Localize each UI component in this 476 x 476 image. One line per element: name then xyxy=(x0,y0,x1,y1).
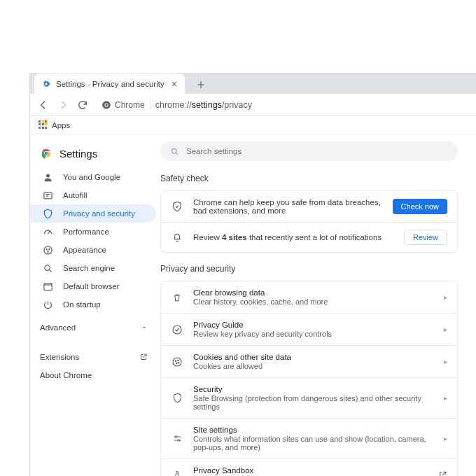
open-in-new-icon xyxy=(438,470,447,476)
chrome-logo-icon xyxy=(40,147,52,160)
address-bar[interactable]: Chrome chrome://settings/privacy xyxy=(96,97,472,113)
svg-point-11 xyxy=(48,251,48,251)
autofill-icon xyxy=(43,190,53,201)
settings-title: Settings xyxy=(59,148,97,160)
svg-point-12 xyxy=(45,265,50,270)
svg-point-15 xyxy=(173,326,181,334)
sidebar-item-autofill[interactable]: Autofill xyxy=(30,186,156,204)
notification-review-row: Review 4 sites that recently sent a lot … xyxy=(161,222,457,252)
svg-point-9 xyxy=(46,248,47,249)
svg-point-18 xyxy=(178,360,178,360)
clear-browsing-data-row[interactable]: Clear browsing dataClear history, cookie… xyxy=(161,281,457,313)
sidebar-item-label: Search engine xyxy=(63,264,115,272)
row-sub: Safe Browsing (protection from dangerous… xyxy=(193,394,434,411)
row-title: Privacy Guide xyxy=(193,321,434,329)
row-title: Cookies and other site data xyxy=(193,353,434,361)
svg-rect-13 xyxy=(44,283,52,290)
sidebar-extensions-link[interactable]: Extensions xyxy=(30,347,160,365)
cookie-icon xyxy=(171,356,183,368)
sidebar-item-label: Performance xyxy=(63,227,109,236)
privacy-sandbox-row[interactable]: Privacy SandboxTrial features are off xyxy=(161,458,457,476)
reload-button[interactable] xyxy=(74,96,92,114)
checklist-icon xyxy=(171,323,183,336)
flask-icon xyxy=(171,469,183,477)
sidebar-item-label: You and Google xyxy=(63,173,120,181)
trash-icon xyxy=(171,291,183,304)
sidebar-about-chrome-link[interactable]: About Chrome xyxy=(30,365,160,384)
privacy-security-card: Clear browsing dataClear history, cookie… xyxy=(160,281,458,476)
cookies-row[interactable]: Cookies and other site dataCookies are a… xyxy=(161,345,457,377)
sidebar-item-privacy-security[interactable]: Privacy and security xyxy=(30,204,156,223)
svg-point-6 xyxy=(46,174,50,177)
open-in-new-icon xyxy=(139,353,148,361)
sliders-icon xyxy=(171,433,183,445)
chevron-down-icon xyxy=(141,324,148,331)
power-icon xyxy=(43,300,53,310)
browser-tab[interactable]: Settings - Privacy and security xyxy=(34,74,185,94)
sidebar-advanced-toggle[interactable]: Advanced xyxy=(30,314,160,336)
sidebar-item-search-engine[interactable]: Search engine xyxy=(30,259,156,277)
shield-check-icon xyxy=(171,200,183,213)
row-title: Site settings xyxy=(193,426,434,434)
chevron-right-icon: ▸ xyxy=(444,394,447,402)
new-tab-button[interactable] xyxy=(192,76,210,94)
svg-point-21 xyxy=(175,436,177,438)
forward-button[interactable] xyxy=(54,96,72,114)
chevron-right-icon: ▸ xyxy=(444,293,447,301)
sidebar-item-label: On startup xyxy=(63,300,101,309)
back-button[interactable] xyxy=(34,96,52,114)
safety-check-heading: Safety check xyxy=(160,174,458,183)
sidebar-item-default-browser[interactable]: Default browser xyxy=(30,277,156,295)
chevron-right-icon: ▸ xyxy=(444,326,447,333)
search-settings-box[interactable] xyxy=(160,141,458,161)
apps-shortcut[interactable]: Apps xyxy=(36,119,73,132)
site-settings-row[interactable]: Site settingsControls what information s… xyxy=(161,418,457,458)
chevron-right-icon: ▸ xyxy=(444,358,447,365)
svg-point-17 xyxy=(175,360,176,361)
check-now-button[interactable]: Check now xyxy=(393,199,447,214)
search-settings-input[interactable] xyxy=(186,147,448,155)
apps-icon xyxy=(38,120,48,130)
sidebar-item-label: Autofill xyxy=(63,191,88,200)
shield-icon xyxy=(171,392,183,405)
sidebar-item-label: Default browser xyxy=(63,282,120,290)
review-button[interactable]: Review xyxy=(404,230,447,245)
svg-point-2 xyxy=(105,104,108,106)
row-title: Clear browsing data xyxy=(193,288,434,297)
svg-point-8 xyxy=(44,246,52,253)
chrome-chip: Chrome xyxy=(102,100,151,110)
bell-icon xyxy=(171,231,183,244)
about-label: About Chrome xyxy=(40,371,92,379)
privacy-security-heading: Privacy and security xyxy=(160,264,458,274)
search-icon xyxy=(170,147,179,156)
privacy-guide-row[interactable]: Privacy GuideReview key privacy and secu… xyxy=(161,313,457,345)
svg-point-19 xyxy=(176,363,177,363)
svg-point-10 xyxy=(49,248,50,249)
search-icon xyxy=(43,263,53,274)
browser-icon xyxy=(43,281,53,292)
sidebar-item-label: Appearance xyxy=(63,246,106,254)
sidebar-item-on-startup[interactable]: On startup xyxy=(30,295,156,314)
sidebar-item-appearance[interactable]: Appearance xyxy=(30,241,156,259)
sidebar-item-performance[interactable]: Performance xyxy=(30,223,156,241)
security-row[interactable]: SecuritySafe Browsing (protection from d… xyxy=(161,377,457,418)
row-title: Security xyxy=(193,385,434,393)
svg-point-14 xyxy=(172,148,176,153)
sidebar-item-label: Privacy and security xyxy=(63,209,135,218)
row-sub: Review key privacy and security controls xyxy=(193,330,434,338)
extensions-label: Extensions xyxy=(40,353,79,361)
sidebar-item-you-and-google[interactable]: You and Google xyxy=(30,168,156,186)
advanced-label: Advanced xyxy=(40,323,76,332)
speedometer-icon xyxy=(43,227,53,237)
row-sub: Controls what information sites can use … xyxy=(193,435,434,451)
palette-icon xyxy=(43,245,53,255)
row-title: Privacy Sandbox xyxy=(193,466,428,475)
notification-review-text: Review 4 sites that recently sent a lot … xyxy=(193,233,394,241)
row-sub: Cookies are allowed xyxy=(193,362,434,370)
close-icon[interactable] xyxy=(169,79,179,89)
svg-point-22 xyxy=(178,440,180,442)
chevron-right-icon: ▸ xyxy=(444,435,447,442)
chrome-chip-label: Chrome xyxy=(115,100,145,110)
safety-check-card: Chrome can help keep you safe from data … xyxy=(160,190,458,253)
apps-label: Apps xyxy=(52,121,70,130)
